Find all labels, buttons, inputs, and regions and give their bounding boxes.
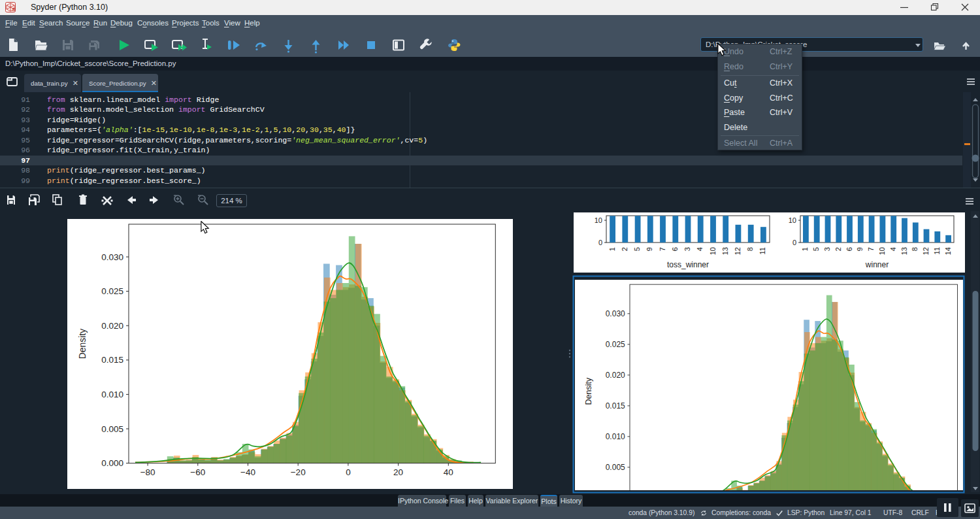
svg-text:S: S (12, 7, 16, 12)
